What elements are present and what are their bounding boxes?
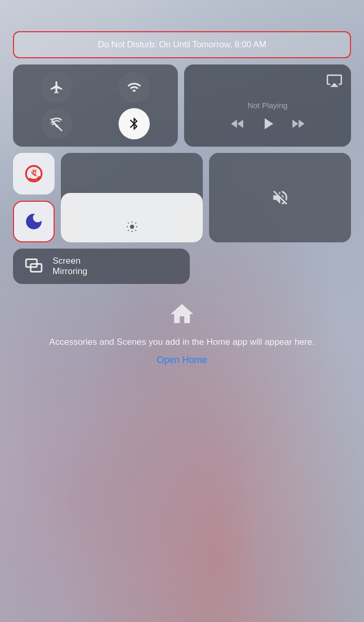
play-icon	[258, 114, 277, 133]
screen-mirroring-text: Screen Mirroring	[53, 256, 87, 277]
wifi-button[interactable]	[119, 72, 150, 103]
airplane-mode-button[interactable]	[41, 72, 72, 103]
screen-mirroring-button[interactable]: Screen Mirroring	[13, 249, 190, 284]
screen-mirroring-icon	[23, 257, 44, 276]
svg-text:↺: ↺	[31, 168, 37, 177]
top-controls-row: Not Playing	[13, 64, 351, 147]
home-description: Accessories and Scenes you add in the Ho…	[49, 336, 315, 348]
do-not-disturb-button[interactable]	[13, 201, 55, 242]
media-top	[192, 72, 343, 90]
wifi-icon	[127, 80, 141, 95]
fast-forward-button[interactable]	[290, 115, 306, 134]
bottom-section: Accessories and Scenes you add in the Ho…	[13, 290, 351, 366]
fast-forward-icon	[290, 115, 306, 132]
home-icon	[168, 301, 196, 328]
screen-mirroring-subtitle: Mirroring	[53, 266, 87, 277]
rewind-icon	[229, 115, 246, 132]
dnd-text: Do Not Disturb: On Until Tomorrow, 8:00 …	[98, 40, 266, 49]
svg-point-2	[130, 225, 134, 229]
open-home-link[interactable]: Open Home	[157, 355, 207, 366]
small-buttons-column: ↺	[13, 153, 55, 242]
brightness-slider[interactable]	[61, 153, 203, 242]
orientation-lock-icon: ↺	[23, 163, 44, 184]
dnd-banner: Do Not Disturb: On Until Tomorrow, 8:00 …	[13, 31, 351, 58]
play-button[interactable]	[258, 114, 277, 135]
connectivity-panel	[13, 64, 178, 147]
home-icon-container	[168, 301, 196, 330]
orientation-lock-button[interactable]: ↺	[13, 153, 55, 195]
second-controls-row: ↺	[13, 153, 351, 242]
bluetooth-icon	[127, 116, 141, 131]
not-playing-label: Not Playing	[192, 101, 343, 110]
volume-panel[interactable]	[209, 153, 351, 242]
airplay-icon	[326, 72, 343, 88]
airplay-button[interactable]	[326, 72, 343, 90]
bluetooth-button[interactable]	[119, 108, 150, 139]
volume-mute-icon	[271, 188, 290, 207]
moon-icon	[23, 211, 44, 232]
cellular-button[interactable]	[41, 108, 72, 139]
media-controls	[192, 114, 343, 139]
media-panel: Not Playing	[184, 64, 351, 147]
brightness-icon	[126, 221, 138, 235]
airplane-icon	[49, 80, 64, 95]
rewind-button[interactable]	[229, 115, 246, 134]
no-wifi-icon	[49, 116, 64, 131]
screen-mirroring-title: Screen	[53, 256, 87, 266]
